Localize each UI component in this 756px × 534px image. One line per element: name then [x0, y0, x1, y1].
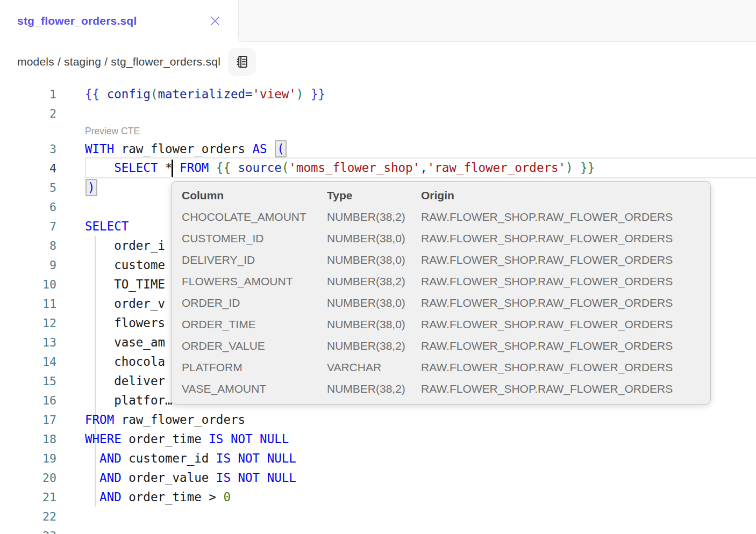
line-number: 13: [0, 336, 56, 349]
code-text: order_v: [85, 297, 165, 311]
column-origin: RAW.FLOWER_SHOP.RAW_FLOWER_ORDERS: [421, 254, 710, 266]
code-text: SELECT * FROM {{ source('moms_flower_sho…: [85, 160, 595, 177]
column-type: NUMBER(38,0): [327, 318, 421, 331]
code-text: deliver: [85, 374, 165, 388]
column-row: ORDER_TIMENUMBER(38,0)RAW.FLOWER_SHOP.RA…: [182, 314, 710, 335]
line-number: 10: [0, 278, 56, 291]
line-number: 4: [0, 162, 56, 175]
code-text: order_i: [85, 239, 165, 252]
line-number: 12: [0, 316, 56, 330]
bracket-match: ): [85, 179, 97, 196]
line-number: 11: [0, 297, 56, 311]
codelens-preview-cte[interactable]: Preview CTE: [85, 123, 756, 139]
code-text: SELECT: [85, 219, 129, 233]
column-name: ORDER_TIME: [182, 318, 327, 331]
column-name: VASE_AMOUNT: [182, 383, 327, 395]
column-type: NUMBER(38,0): [327, 297, 421, 309]
breadcrumb-row: models / staging / stg_flower_orders.sql: [0, 42, 756, 82]
line-number: 15: [0, 374, 56, 388]
column-info-tooltip: Column Type Origin CHOCOLATE_AMOUNTNUMBE…: [171, 181, 711, 405]
lineage-button[interactable]: [228, 48, 256, 76]
column-type: NUMBER(38,2): [327, 383, 421, 395]
column-type: NUMBER(38,2): [327, 211, 421, 223]
column-name: ORDER_VALUE: [182, 340, 327, 352]
breadcrumb: models / staging / stg_flower_orders.sql: [17, 55, 220, 68]
code-line-22[interactable]: 22: [0, 507, 756, 526]
line-number: 22: [0, 510, 56, 523]
line-number: 17: [0, 413, 56, 427]
close-icon[interactable]: [207, 13, 223, 29]
column-name: FLOWERS_AMOUNT: [182, 275, 327, 288]
code-line-3[interactable]: 3WITH raw_flower_orders AS (: [0, 139, 756, 158]
bracket-match: (: [275, 140, 287, 157]
code-text: vase_am: [85, 335, 165, 349]
notebook-icon: [234, 54, 249, 69]
line-number: 14: [0, 355, 56, 369]
column-row: ORDER_IDNUMBER(38,0)RAW.FLOWER_SHOP.RAW_…: [182, 292, 710, 314]
column-row: CHOCOLATE_AMOUNTNUMBER(38,2)RAW.FLOWER_S…: [182, 206, 710, 228]
header-column: Column: [182, 189, 327, 202]
code-line-21[interactable]: 21 AND order_time > 0: [0, 487, 756, 507]
line-number: 8: [0, 239, 56, 252]
column-name: ORDER_ID: [182, 297, 327, 309]
column-origin: RAW.FLOWER_SHOP.RAW_FLOWER_ORDERS: [421, 211, 710, 223]
code-text: {{ config(materialized='view') }}: [85, 87, 325, 101]
line-number: 6: [0, 200, 56, 214]
code-line-2[interactable]: 2: [0, 104, 756, 123]
column-type: NUMBER(38,2): [327, 275, 421, 288]
column-row: PLATFORMVARCHARRAW.FLOWER_SHOP.RAW_FLOWE…: [182, 357, 710, 378]
line-number: 5: [0, 181, 56, 194]
column-name: DELIVERY_ID: [182, 254, 327, 266]
column-origin: RAW.FLOWER_SHOP.RAW_FLOWER_ORDERS: [421, 232, 710, 245]
line-number: 18: [0, 432, 56, 446]
column-table-body: CHOCOLATE_AMOUNTNUMBER(38,2)RAW.FLOWER_S…: [182, 206, 710, 400]
code-line-18[interactable]: 18WHERE order_time IS NOT NULL: [0, 429, 756, 449]
line-number: 19: [0, 452, 56, 465]
column-name: CUSTOMER_ID: [182, 232, 327, 245]
column-name: PLATFORM: [182, 361, 327, 374]
code-line-1[interactable]: 1{{ config(materialized='view') }}: [0, 84, 756, 104]
code-text: WHERE order_time IS NOT NULL: [85, 432, 289, 446]
line-number: 9: [0, 258, 56, 272]
line-number: 21: [0, 490, 56, 504]
column-type: NUMBER(38,0): [327, 254, 421, 266]
column-name: CHOCOLATE_AMOUNT: [182, 211, 327, 223]
code-line-19[interactable]: 19 AND customer_id IS NOT NULL: [0, 449, 756, 468]
column-origin: RAW.FLOWER_SHOP.RAW_FLOWER_ORDERS: [421, 361, 710, 374]
line-number: 3: [0, 142, 56, 156]
column-row: ORDER_VALUENUMBER(38,2)RAW.FLOWER_SHOP.R…: [182, 335, 710, 357]
code-line-20[interactable]: 20 AND order_value IS NOT NULL: [0, 468, 756, 487]
line-number: 7: [0, 220, 56, 233]
column-row: DELIVERY_IDNUMBER(38,0)RAW.FLOWER_SHOP.R…: [182, 249, 710, 271]
column-row: CUSTOMER_IDNUMBER(38,0)RAW.FLOWER_SHOP.R…: [182, 228, 710, 249]
code-text: FROM raw_flower_orders: [85, 413, 245, 427]
line-number: 23: [0, 529, 56, 534]
column-table-header: Column Type Origin: [182, 185, 710, 206]
code-text: flowers: [85, 316, 165, 330]
column-row: FLOWERS_AMOUNTNUMBER(38,2)RAW.FLOWER_SHO…: [182, 271, 710, 292]
code-text: custome: [85, 258, 165, 272]
column-type: NUMBER(38,2): [327, 340, 421, 352]
line-number: 16: [0, 394, 56, 407]
code-line-4[interactable]: 4 SELECT * FROM {{ source('moms_flower_s…: [0, 158, 756, 178]
code-line-23[interactable]: 23: [0, 526, 756, 534]
code-text: chocola: [85, 355, 165, 369]
code-text: ): [85, 179, 98, 196]
header-type: Type: [327, 189, 421, 202]
line-number: 20: [0, 471, 56, 485]
code-line-17[interactable]: 17FROM raw_flower_orders: [0, 410, 756, 429]
tab-strip-empty: [238, 0, 756, 42]
column-row: VASE_AMOUNTNUMBER(38,2)RAW.FLOWER_SHOP.R…: [182, 378, 710, 400]
tab-title: stg_flower_orders.sql: [17, 15, 137, 27]
column-origin: RAW.FLOWER_SHOP.RAW_FLOWER_ORDERS: [421, 340, 710, 352]
column-origin: RAW.FLOWER_SHOP.RAW_FLOWER_ORDERS: [421, 383, 710, 395]
column-origin: RAW.FLOWER_SHOP.RAW_FLOWER_ORDERS: [421, 275, 710, 288]
tab-stg-flower-orders[interactable]: stg_flower_orders.sql: [0, 0, 238, 42]
code-text: AND order_time > 0: [85, 490, 231, 504]
code-text: AND order_value IS NOT NULL: [85, 471, 296, 485]
column-type: NUMBER(38,0): [327, 232, 421, 245]
column-origin: RAW.FLOWER_SHOP.RAW_FLOWER_ORDERS: [421, 297, 710, 309]
line-number: 2: [0, 107, 56, 120]
header-origin: Origin: [421, 189, 710, 202]
code-text: AND customer_id IS NOT NULL: [85, 451, 296, 465]
